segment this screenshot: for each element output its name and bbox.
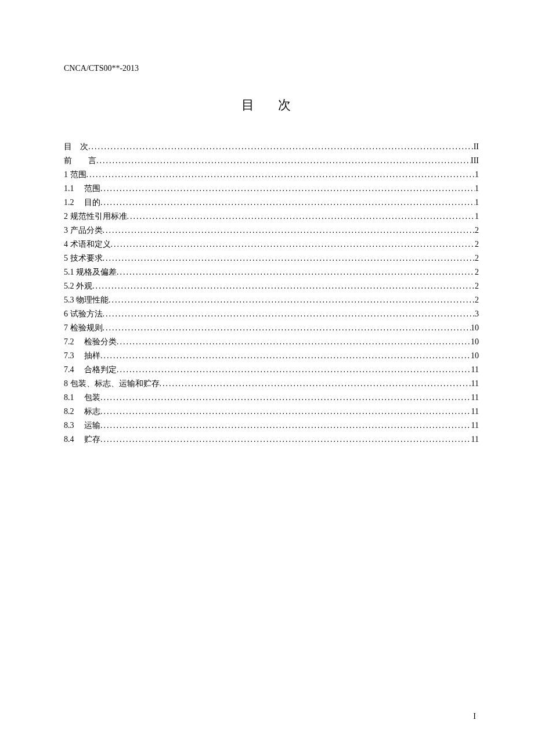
toc-entry: 3 产品分类2 [64,224,479,237]
toc-entry-dots [100,349,471,363]
toc-entry-dots [100,391,471,405]
toc-entry-label: 5.1 规格及偏差 [64,265,117,279]
toc-entry: 8.4 贮存11 [64,433,479,447]
toc-entry-label: 7.3 抽样 [64,349,100,363]
toc-entry: 5.3 物理性能2 [64,293,479,307]
toc-entry: 5.1 规格及偏差2 [64,265,479,279]
toc-entry-label: 8.4 贮存 [64,433,100,447]
toc-entry: 8.2 标志11 [64,405,479,419]
toc-entry-label: 7 检验规则 [64,321,103,335]
toc-entry-label: 1.1 范围 [64,182,100,196]
toc-entry-dots [103,321,471,335]
toc-entry: 1.1 范围1 [64,182,479,196]
toc-entry-label: 1 范围 [64,168,86,182]
toc-entry-page: III [471,154,479,168]
toc-entry: 8 包装、标志、运输和贮存11 [64,377,479,391]
toc-entry: 目 次II [64,140,479,154]
toc-entry-page: 1 [475,168,479,182]
toc-entry-page: 11 [471,391,479,405]
toc-entry: 前 言III [64,154,479,168]
toc-entry: 5 技术要求2 [64,251,479,265]
toc-entry-dots [103,224,475,237]
toc-entry-page: 2 [475,237,479,251]
toc-entry-page: 11 [471,433,479,447]
toc-entry-dots [160,377,471,391]
toc-entry-page: 1 [475,196,479,210]
toc-entry-dots [103,307,475,321]
toc-entry-label: 8.1 包装 [64,391,100,405]
toc-entry-label: 7.4 合格判定 [64,363,117,377]
toc-entry-dots [100,405,471,419]
toc-entry: 4 术语和定义2 [64,237,479,251]
toc-entry: 1 范围1 [64,168,479,182]
toc-entry-dots [127,210,475,224]
toc-entry: 5.2 外观2 [64,279,479,293]
toc-entry: 7 检验规则10 [64,321,479,335]
toc-entry-page: 11 [471,405,479,419]
toc-entry-page: 2 [475,224,479,237]
toc-entry-page: 1 [475,182,479,196]
toc-entry: 7.2 检验分类10 [64,335,479,349]
page-number: I [473,712,476,721]
toc-entry-dots [111,237,475,251]
toc-entry: 8.3 运输11 [64,419,479,433]
toc-entry-page: 2 [475,265,479,279]
toc-entry-dots [88,140,474,154]
toc-entry-page: 3 [475,307,479,321]
toc-entry-page: 2 [475,293,479,307]
toc-entry-dots [92,279,475,293]
toc-entry-label: 6 试验方法 [64,307,103,321]
toc-entry-label: 7.2 检验分类 [64,335,117,349]
toc-entry: 2 规范性引用标准1 [64,210,479,224]
toc-entry-dots [109,293,475,307]
toc-entry-label: 4 术语和定义 [64,237,111,251]
toc-entry-dots [100,433,471,447]
toc-entry-dots [117,335,471,349]
toc-entry-page: 11 [471,377,479,391]
toc-entry-label: 3 产品分类 [64,224,103,237]
toc-entry-label: 5 技术要求 [64,251,103,265]
toc-entry-page: 11 [471,419,479,433]
toc-entry-label: 8.2 标志 [64,405,100,419]
toc-entry-dots [100,196,475,210]
toc-entry-page: 1 [475,210,479,224]
toc-entry-label: 5.2 外观 [64,279,92,293]
toc-entry-page: II [474,140,479,154]
toc-entry-page: 2 [475,279,479,293]
toc-entry-page: 10 [471,321,479,335]
toc-entry-page: 11 [471,363,479,377]
toc-entry-dots [100,419,471,433]
toc-entry-dots [117,363,471,377]
toc-entry-dots [86,168,475,182]
toc-container: 目 次II前 言III1 范围11.1 范围11.2 目的12 规范性引用标准1… [64,140,479,447]
toc-entry-label: 8 包装、标志、运输和贮存 [64,377,160,391]
toc-entry-page: 2 [475,251,479,265]
toc-entry: 7.4 合格判定11 [64,363,479,377]
toc-entry-page: 10 [471,335,479,349]
document-page: CNCA/CTS00**-2013 目 次 目 次II前 言III1 范围11.… [0,0,534,756]
toc-entry: 1.2 目的1 [64,196,479,210]
page-title: 目 次 [64,96,479,114]
toc-entry-label: 目 次 [64,140,88,154]
toc-entry-label: 2 规范性引用标准 [64,210,127,224]
toc-entry-dots [100,182,475,196]
toc-entry-page: 10 [471,349,479,363]
toc-entry-label: 8.3 运输 [64,419,100,433]
toc-entry-dots [96,154,471,168]
toc-entry-dots [117,265,475,279]
toc-entry: 6 试验方法3 [64,307,479,321]
toc-entry: 8.1 包装11 [64,391,479,405]
toc-entry-label: 1.2 目的 [64,196,100,210]
toc-entry-label: 5.3 物理性能 [64,293,109,307]
header-code: CNCA/CTS00**-2013 [64,64,479,73]
toc-entry-label: 前 言 [64,154,96,168]
toc-entry-dots [103,251,475,265]
toc-entry: 7.3 抽样10 [64,349,479,363]
